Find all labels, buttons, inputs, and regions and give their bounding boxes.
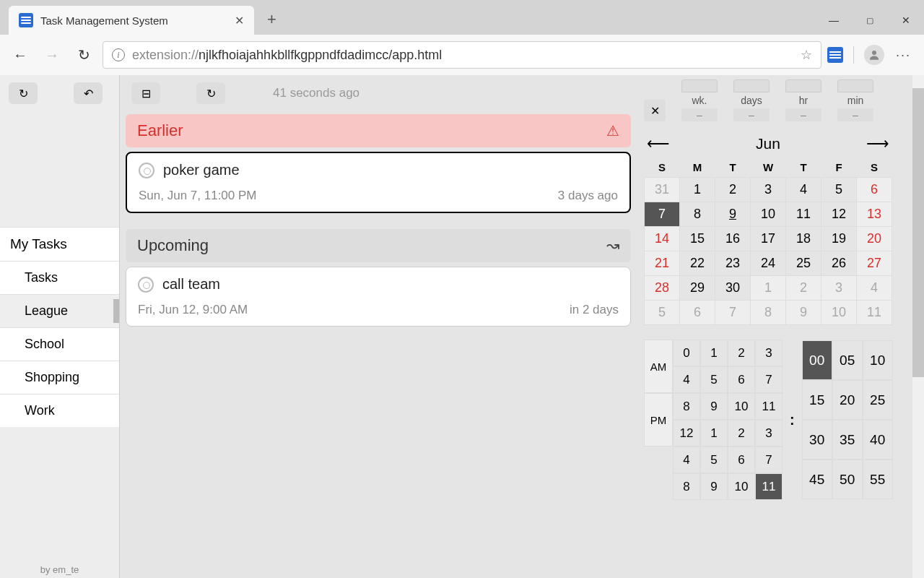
minute-cell[interactable]: 35 [832,420,863,460]
cal-day[interactable]: 17 [751,227,786,251]
cal-day[interactable]: 12 [821,202,857,227]
nav-back-button[interactable]: ← [7,42,33,68]
cal-day[interactable]: 8 [680,202,715,227]
cal-day[interactable]: 21 [645,251,680,276]
cal-day[interactable]: 5 [645,301,680,325]
browser-tab[interactable]: Task Management System ✕ [9,6,254,35]
nav-reload-button[interactable]: ↻ [71,42,97,68]
menu-dots-icon[interactable]: ··· [890,48,917,63]
window-maximize-button[interactable]: ▢ [852,6,888,35]
task-checkbox-icon[interactable] [139,163,154,178]
cal-day[interactable]: 9 [715,202,751,227]
main-refresh-button[interactable]: ↻ [196,82,225,104]
cal-day[interactable]: 2 [786,276,821,301]
cal-day[interactable]: 3 [751,178,786,202]
hour-cell[interactable]: 4 [673,447,700,473]
cal-day[interactable]: 25 [786,251,821,276]
hour-cell[interactable]: 3 [755,420,783,447]
hour-cell[interactable]: 1 [700,420,728,447]
cal-day[interactable]: 11 [786,202,821,227]
cal-day[interactable]: 16 [715,227,751,251]
cal-day[interactable]: 11 [857,301,892,325]
minute-cell[interactable]: 45 [802,460,832,499]
hour-cell[interactable]: 12 [673,420,700,447]
minute-cell[interactable]: 20 [832,380,863,420]
task-card[interactable]: call team Fri, Jun 12, 9:00 AM in 2 days [126,267,631,327]
cal-day[interactable]: 22 [680,251,715,276]
cal-day[interactable]: 18 [786,227,821,251]
minute-cell[interactable]: 15 [802,380,832,420]
minute-cell[interactable]: 25 [863,380,893,420]
cal-day[interactable]: 4 [786,178,821,202]
cal-day[interactable]: 20 [857,227,892,251]
hour-cell[interactable]: 9 [700,393,728,420]
hour-cell[interactable]: 11 [755,473,783,500]
cal-day[interactable]: 29 [680,276,715,301]
minute-cell[interactable]: 10 [863,340,893,380]
hour-cell[interactable]: 4 [673,366,700,393]
cal-day[interactable]: 19 [821,227,857,251]
hour-cell[interactable]: 10 [728,473,755,500]
duration-min[interactable]: min– [832,79,879,121]
sidebar-undo-button[interactable]: ↶ [74,82,103,104]
minute-cell[interactable]: 00 [802,340,832,380]
hour-cell[interactable]: 7 [755,447,783,473]
page-scrollbar[interactable] [912,75,924,578]
clear-duration-button[interactable]: ✕ [644,100,666,121]
minute-cell[interactable]: 55 [863,460,893,499]
sidebar-item-shopping[interactable]: Shopping [0,361,119,394]
hour-cell[interactable]: 5 [700,447,728,473]
cal-day[interactable]: 24 [751,251,786,276]
hour-cell[interactable]: 8 [673,393,700,420]
cal-day[interactable]: 7 [715,301,751,325]
task-card[interactable]: poker game Sun, Jun 7, 11:00 PM 3 days a… [126,152,631,213]
hour-cell[interactable]: 10 [728,393,755,420]
new-tab-button[interactable]: + [267,10,276,29]
hour-cell[interactable]: 11 [755,393,783,420]
sidebar-item-school[interactable]: School [0,327,119,361]
cal-prev-button[interactable]: ⟵ [647,134,670,153]
cal-day[interactable]: 4 [857,276,892,301]
cal-day[interactable]: 26 [821,251,857,276]
cal-day[interactable]: 14 [645,227,680,251]
cal-day[interactable]: 31 [645,178,680,202]
hour-cell[interactable]: 0 [673,340,700,366]
cal-day[interactable]: 9 [786,301,821,325]
cal-day[interactable]: 1 [751,276,786,301]
hour-cell[interactable]: 9 [700,473,728,500]
cal-day[interactable]: 23 [715,251,751,276]
hour-cell[interactable]: 2 [728,340,755,366]
cal-day[interactable]: 28 [645,276,680,301]
cal-day[interactable]: 2 [715,178,751,202]
cal-day[interactable]: 30 [715,276,751,301]
minute-cell[interactable]: 05 [832,340,863,380]
cal-day[interactable]: 27 [857,251,892,276]
cal-day[interactable]: 6 [680,301,715,325]
task-checkbox-icon[interactable] [138,277,154,293]
url-box[interactable]: i extension://njlkfhoiajahhkbllfkgppndfd… [103,41,821,69]
bookmark-star-icon[interactable]: ☆ [801,47,812,63]
duration-wk[interactable]: wk.– [676,79,723,121]
sidebar-item-tasks[interactable]: Tasks [0,261,119,294]
duration-days[interactable]: days– [728,79,775,121]
window-minimize-button[interactable]: — [816,6,852,35]
cal-day[interactable]: 15 [680,227,715,251]
hour-cell[interactable]: 5 [700,366,728,393]
cal-day[interactable]: 7 [645,202,680,227]
minute-cell[interactable]: 40 [863,420,893,460]
sidebar-item-work[interactable]: Work [0,394,119,427]
cal-day[interactable]: 6 [857,178,892,202]
minute-cell[interactable]: 50 [832,460,863,499]
layout-toggle-button[interactable]: ⊟ [131,82,160,104]
nav-forward-button[interactable]: → [39,42,65,68]
cal-day[interactable]: 5 [821,178,857,202]
tab-close-icon[interactable]: ✕ [235,14,244,27]
hour-cell[interactable]: 7 [755,366,783,393]
hour-cell[interactable]: 2 [728,420,755,447]
hour-cell[interactable]: 6 [728,366,755,393]
window-close-button[interactable]: ✕ [888,6,924,35]
cal-day[interactable]: 10 [821,301,857,325]
hour-cell[interactable]: 1 [700,340,728,366]
sidebar-item-league[interactable]: League [0,294,119,327]
hour-cell[interactable]: 8 [673,473,700,500]
